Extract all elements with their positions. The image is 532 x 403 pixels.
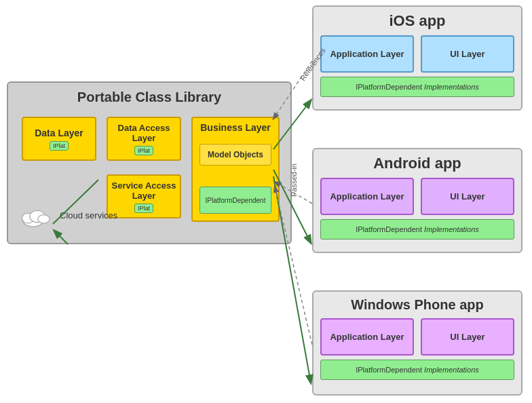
data-layer-badge: IPlat [50, 141, 69, 151]
svg-point-3 [38, 215, 50, 224]
windows-app-layer: Application Layer [320, 318, 414, 356]
data-access-layer-label: Data Access Layer [108, 123, 180, 143]
windows-app-container: Windows Phone app Application Layer UI L… [312, 290, 522, 396]
android-iplatform-impl: IPlatformDependent Implementations [320, 219, 514, 239]
business-layer-box: Business Layer Model Objects IPlatformDe… [191, 117, 280, 222]
service-access-layer-badge: IPlat [134, 204, 153, 213]
ios-iplatform-impl: IPlatformDependent Implementations [320, 77, 514, 97]
pcl-title: Portable Class Library [77, 90, 221, 105]
data-access-layer-box: Data Access Layer IPlat [107, 117, 181, 161]
windows-ui-layer: UI Layer [421, 318, 514, 356]
ios-layers-row: Application Layer UI Layer [314, 30, 521, 77]
android-app-title: Android app [314, 149, 521, 172]
ios-app-title: iOS app [314, 7, 521, 30]
ios-app-layer: Application Layer [320, 35, 414, 73]
android-app-layer: Application Layer [320, 178, 414, 215]
data-layer-label: Data Layer [35, 128, 83, 138]
data-access-layer-badge: IPlat [134, 146, 153, 155]
cloud-label: Cloud services [60, 210, 117, 220]
cloud-container: Cloud services [20, 204, 117, 227]
windows-layers-row: Application Layer UI Layer [314, 313, 521, 360]
android-ui-layer: UI Layer [421, 178, 514, 215]
iplatform-dependent-box: IPlatformDependent [200, 187, 271, 214]
android-app-container: Android app Application Layer UI Layer I… [312, 148, 522, 253]
ios-ui-layer: UI Layer [421, 35, 514, 73]
business-layer-title: Business Layer [193, 118, 278, 133]
model-objects-box: Model Objects [200, 144, 271, 166]
ios-app-container: iOS app Application Layer UI Layer IPlat… [312, 5, 522, 111]
android-layers-row: Application Layer UI Layer [314, 172, 521, 219]
service-access-layer-label: Service Access Layer [108, 180, 180, 201]
service-access-layer-box: Service Access Layer IPlat [107, 174, 181, 218]
windows-iplatform-impl: IPlatformDependent Implementations [320, 360, 514, 380]
windows-app-title: Windows Phone app [314, 292, 521, 313]
cloud-icon [20, 204, 54, 227]
data-layer-box: Data Layer IPlat [22, 117, 96, 161]
